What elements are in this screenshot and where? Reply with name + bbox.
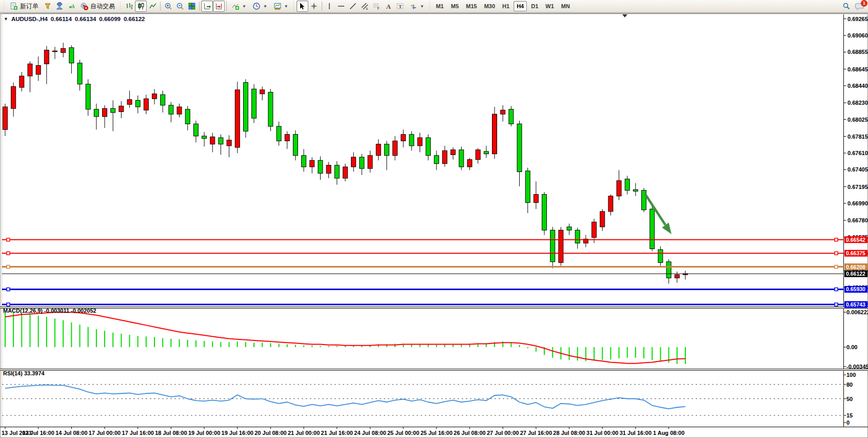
candle-body (376, 144, 381, 156)
window-list-icon[interactable]: ▼ (4, 16, 8, 22)
timeframe-button-m15[interactable]: M15 (463, 1, 480, 11)
candle-body (401, 135, 406, 141)
candle-body (235, 90, 240, 147)
crosshair-tool-button[interactable] (308, 1, 320, 12)
chart-low: 0.66099 (99, 16, 121, 22)
timeframe-button-m30[interactable]: M30 (481, 1, 498, 11)
candle-body (28, 64, 32, 76)
timeframe-button-d1[interactable]: D1 (528, 1, 541, 11)
candle-body (152, 94, 157, 99)
candle-body (326, 165, 331, 174)
chart-shift-button[interactable] (213, 1, 225, 12)
candle-body (103, 108, 107, 117)
market-watch-button[interactable] (42, 1, 53, 12)
trendline-tool-button[interactable] (347, 1, 359, 12)
vertical-line-tool-button[interactable] (324, 1, 336, 12)
line-handle[interactable] (835, 238, 838, 241)
zoom-out-icon (176, 2, 184, 10)
candlestick-mode-button[interactable] (135, 1, 147, 12)
svg-text:0.66542: 0.66542 (846, 237, 865, 243)
candle-body (161, 94, 165, 105)
timeframe-button-w1[interactable]: W1 (542, 1, 557, 11)
search-button[interactable] (840, 1, 852, 12)
zoom-out-button[interactable] (174, 1, 186, 12)
candle-body (252, 89, 257, 118)
auto-scroll-button[interactable] (201, 1, 213, 12)
dropdown-caret: ▼ (263, 4, 267, 9)
candle-body (666, 262, 671, 278)
line-handle[interactable] (7, 288, 10, 291)
cursor-arrow-icon (298, 2, 306, 10)
notifications-widget[interactable]: 1 (855, 2, 864, 11)
dropdown-caret: ▼ (284, 4, 288, 9)
candle-body (69, 48, 74, 63)
text-label-tool-button[interactable]: T (394, 1, 406, 12)
chart-canvas[interactable]: 0.692650.690600.688550.686450.684400.682… (0, 13, 868, 438)
line-handle[interactable] (7, 252, 10, 255)
candle-body (227, 140, 231, 146)
timeframe-button-mn[interactable]: MN (558, 1, 573, 11)
candle-body (210, 137, 215, 144)
chart-title: ▼ AUDUSD-,H4 0.66114 0.66134 0.66099 0.6… (4, 16, 145, 22)
svg-text:0.67610: 0.67610 (847, 150, 868, 156)
bar-chart-mode-button[interactable] (123, 1, 135, 12)
cursor-tool-button[interactable] (297, 1, 308, 12)
arrows-menu-button[interactable]: ▼ (406, 1, 427, 12)
candle-body (293, 135, 298, 156)
tile-windows-button[interactable] (186, 1, 198, 12)
line-handle[interactable] (7, 265, 10, 269)
indicators-menu-button[interactable]: ▼ (228, 1, 249, 12)
candle-body (409, 135, 414, 146)
autotrading-button[interactable]: 自动交易 (77, 1, 118, 12)
expert-advisors-button[interactable] (53, 1, 65, 12)
candle-body (36, 66, 41, 74)
new-order-button[interactable]: 新订单 (7, 1, 42, 12)
line-handle[interactable] (7, 303, 10, 306)
svg-text:31 Jul 00:00: 31 Jul 00:00 (586, 430, 618, 436)
timeframe-button-h4[interactable]: H4 (514, 1, 527, 11)
templates-menu-button[interactable]: ▼ (270, 1, 291, 12)
candle-body (467, 160, 472, 167)
zoom-in-button[interactable] (162, 1, 174, 12)
svg-text:0.68645: 0.68645 (847, 66, 868, 72)
candle-body (169, 105, 173, 114)
svg-text:21 Jul 16:00: 21 Jul 16:00 (321, 430, 353, 436)
candle-body (302, 156, 306, 167)
timeframe-button-m1[interactable]: M1 (433, 1, 447, 11)
toolbar-grip (3, 2, 6, 11)
svg-text:27 Jul 00:00: 27 Jul 00:00 (487, 430, 519, 436)
horizontal-line-tool-button[interactable] (336, 1, 347, 12)
arrows-shapes-icon (409, 2, 418, 10)
line-handle[interactable] (7, 238, 10, 241)
svg-text:17 Jul 00:00: 17 Jul 00:00 (89, 430, 121, 436)
svg-text:28 Jul 08:00: 28 Jul 08:00 (553, 430, 585, 436)
dropdown-caret: ▼ (420, 4, 424, 9)
signals-button[interactable] (65, 1, 77, 12)
channel-tool-button[interactable]: E (359, 1, 371, 12)
candle-body (617, 181, 621, 196)
line-handle[interactable] (835, 288, 838, 291)
chart-shift-icon (215, 2, 223, 10)
candle-body (185, 109, 190, 124)
line-chart-mode-button[interactable] (147, 1, 159, 12)
candle-body (334, 165, 339, 178)
line-handle[interactable] (835, 252, 838, 255)
line-handle[interactable] (835, 265, 838, 269)
candle-body (542, 195, 547, 230)
bar-chart-icon (125, 2, 133, 10)
timeframe-button-h1[interactable]: H1 (499, 1, 512, 11)
horizontal-line-icon (337, 2, 345, 10)
market-watch-icon (44, 2, 52, 10)
timeframe-button-group: M1M5M15M30H1H4D1W1MN (432, 1, 574, 11)
timeframe-button-m5[interactable]: M5 (448, 1, 462, 11)
candle-body (451, 150, 456, 155)
candle-body (86, 84, 90, 109)
text-tool-button[interactable]: A (383, 1, 394, 12)
periods-menu-button[interactable]: ▼ (249, 1, 270, 12)
candle-body (119, 106, 124, 111)
svg-text:19 Jul 16:00: 19 Jul 16:00 (222, 430, 253, 436)
fibonacci-tool-button[interactable]: F (371, 1, 383, 12)
svg-text:50: 50 (846, 396, 853, 402)
candle-body (434, 156, 439, 164)
line-handle[interactable] (835, 303, 838, 306)
